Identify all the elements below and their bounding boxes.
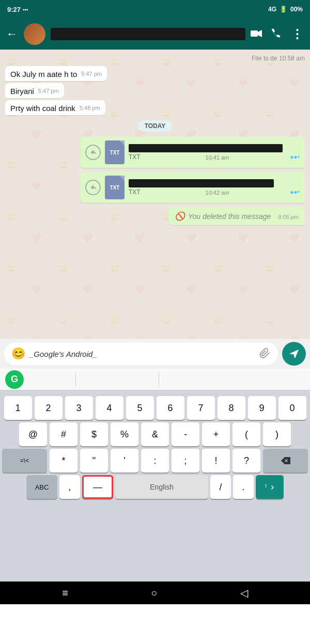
key-3[interactable]: 3 bbox=[65, 396, 93, 420]
keyboard-toolbar: G bbox=[0, 369, 310, 390]
forward-icon-1 bbox=[85, 145, 101, 160]
nav-back-icon[interactable]: ◁ bbox=[240, 587, 248, 599]
key-ampersand[interactable]: & bbox=[141, 422, 169, 446]
file-type-icon-2: TXT bbox=[105, 176, 125, 199]
status-bar: 9:27 ▪▪▪ 4G 🔋 00% bbox=[0, 0, 310, 19]
file-message-1[interactable]: TXT TXT 10:41 am ●●• bbox=[80, 137, 305, 168]
key-period[interactable]: . bbox=[233, 475, 254, 499]
block-icon: 🚫 bbox=[175, 211, 185, 221]
network-label: 4G bbox=[268, 6, 276, 13]
key-open-paren[interactable]: ( bbox=[233, 422, 260, 446]
key-semicolon[interactable]: ; bbox=[172, 449, 199, 473]
nav-bar: ≡ ○ ◁ bbox=[0, 582, 310, 604]
chat-area: File to de 10:58 am Ok July m aate h to … bbox=[0, 50, 310, 339]
input-bar: 😊 _Google's Android_ bbox=[0, 339, 310, 369]
key-dash[interactable]: — bbox=[82, 475, 113, 499]
grammarly-button[interactable]: G bbox=[5, 370, 24, 389]
spacebar-key[interactable]: English bbox=[115, 475, 208, 499]
file-name-redacted-2 bbox=[129, 179, 274, 187]
toolbar-suggestions bbox=[34, 372, 305, 387]
video-call-icon[interactable] bbox=[251, 28, 262, 40]
key-4[interactable]: 4 bbox=[96, 396, 123, 420]
send-button[interactable] bbox=[282, 342, 306, 366]
file-message-2[interactable]: TXT TXT 10:42 am ●●• bbox=[80, 172, 305, 203]
message-2: Biryani 5:47 pm bbox=[5, 83, 64, 98]
top-file-msg: File to de 10:58 am bbox=[252, 55, 305, 62]
nav-menu-icon[interactable]: ≡ bbox=[62, 587, 68, 599]
chat-header: ← ⋮ bbox=[0, 19, 310, 50]
key-close-paren[interactable]: ) bbox=[263, 422, 291, 446]
day-separator: TODAY bbox=[138, 120, 172, 132]
key-6[interactable]: 6 bbox=[157, 396, 184, 420]
key-symbols-toggle[interactable]: =\< bbox=[2, 449, 47, 473]
divider-1 bbox=[75, 372, 76, 387]
message-1: Ok July m aate h to 5:47 pm bbox=[5, 66, 107, 81]
key-0[interactable]: 0 bbox=[278, 396, 306, 420]
key-5[interactable]: 5 bbox=[126, 396, 154, 420]
symbol-row-1: @ # $ % & - + ( ) bbox=[2, 422, 308, 446]
status-time: 9:27 ▪▪▪ bbox=[7, 6, 28, 13]
symbol-row-2: =\< * " ' : ; ! ? bbox=[2, 449, 308, 473]
nav-home-icon[interactable]: ○ bbox=[151, 587, 157, 599]
keyboard[interactable]: 1 2 3 4 5 6 7 8 9 0 @ # $ % & - + ( ) =\… bbox=[0, 390, 310, 582]
key-slash[interactable]: / bbox=[210, 475, 231, 499]
battery-icon: 🔋 bbox=[280, 6, 287, 13]
key-plus[interactable]: + bbox=[202, 422, 230, 446]
key-2[interactable]: 2 bbox=[35, 396, 63, 420]
divider-2 bbox=[159, 372, 159, 387]
key-quote[interactable]: " bbox=[80, 449, 108, 473]
number-row: 1 2 3 4 5 6 7 8 9 0 bbox=[2, 396, 308, 420]
back-button[interactable]: ← bbox=[6, 27, 18, 41]
key-asterisk[interactable]: * bbox=[50, 449, 78, 473]
key-at[interactable]: @ bbox=[19, 422, 47, 446]
message-input-container[interactable]: 😊 _Google's Android_ bbox=[4, 342, 278, 365]
msg-ticks-1: ●●• bbox=[290, 153, 300, 161]
forward-icon-2 bbox=[85, 180, 101, 195]
msg-ticks-2: ●●• bbox=[290, 189, 300, 196]
key-dollar[interactable]: $ bbox=[80, 422, 108, 446]
contact-name[interactable] bbox=[51, 28, 245, 40]
key-apostrophe[interactable]: ' bbox=[111, 449, 138, 473]
svg-rect-0 bbox=[251, 30, 258, 37]
key-colon[interactable]: : bbox=[141, 449, 169, 473]
key-8[interactable]: 8 bbox=[218, 396, 245, 420]
file-type-icon-1: TXT bbox=[105, 140, 125, 164]
message-3: Prty with coal drink 5:48 pm bbox=[5, 100, 105, 115]
status-right: 4G 🔋 00% bbox=[268, 6, 303, 13]
time-display: 9:27 bbox=[7, 6, 21, 13]
key-comma[interactable]: , bbox=[59, 475, 80, 499]
battery-label: 00% bbox=[290, 6, 303, 13]
backspace-key[interactable] bbox=[263, 449, 308, 473]
key-7[interactable]: 7 bbox=[187, 396, 215, 420]
key-hash[interactable]: # bbox=[50, 422, 78, 446]
more-options-icon[interactable]: ⋮ bbox=[291, 27, 304, 41]
emoji-button[interactable]: 😊 bbox=[11, 347, 25, 360]
signal-icon: ▪▪▪ bbox=[23, 7, 28, 12]
svg-marker-1 bbox=[258, 30, 262, 37]
key-question[interactable]: ? bbox=[233, 449, 260, 473]
voice-call-icon[interactable] bbox=[271, 28, 282, 41]
file-info-2: TXT 10:42 am ●●• bbox=[129, 179, 300, 196]
key-9[interactable]: 9 bbox=[248, 396, 276, 420]
key-exclaim[interactable]: ! bbox=[202, 449, 230, 473]
avatar[interactable] bbox=[24, 23, 45, 45]
file-info-1: TXT 10:41 am ●●• bbox=[129, 144, 300, 161]
deleted-message: 🚫 You deleted this message 9:05 pm bbox=[168, 207, 305, 225]
key-percent[interactable]: % bbox=[111, 422, 138, 446]
bottom-row: ABC , — English / . bbox=[2, 475, 308, 499]
key-minus[interactable]: - bbox=[172, 422, 199, 446]
header-icons: ⋮ bbox=[251, 27, 304, 41]
key-abc[interactable]: ABC bbox=[26, 475, 57, 499]
file-name-redacted-1 bbox=[129, 144, 283, 152]
enter-key[interactable] bbox=[256, 475, 284, 499]
key-1[interactable]: 1 bbox=[4, 396, 32, 420]
attach-button[interactable] bbox=[259, 347, 271, 361]
message-text-input[interactable]: _Google's Android_ bbox=[29, 350, 255, 358]
